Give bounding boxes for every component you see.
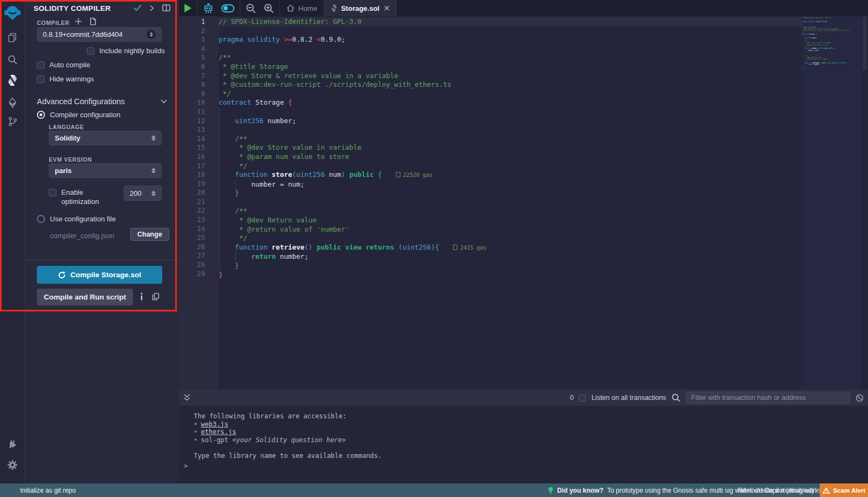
search-icon bbox=[7, 54, 18, 65]
code-line: */ bbox=[219, 90, 487, 99]
enable-optimization-checkbox[interactable] bbox=[49, 189, 56, 196]
version-stepper-icon[interactable] bbox=[146, 30, 156, 39]
zoom-segment bbox=[240, 0, 280, 16]
code-line: function store(uint256 num) public {2252… bbox=[219, 170, 487, 180]
code-line: } bbox=[219, 189, 487, 198]
tab-storage-sol[interactable]: Storage.sol bbox=[324, 0, 397, 16]
copilot-status[interactable]: RemixAI Copilot (enabled) bbox=[738, 487, 814, 494]
sidebar-item-plugin-manager[interactable] bbox=[0, 435, 25, 454]
terminal-line: Type the library name to see available c… bbox=[194, 452, 868, 460]
code-line: } bbox=[801, 68, 861, 69]
ai-robot-icon[interactable] bbox=[203, 3, 214, 14]
compile-button[interactable]: Compile Storage.sol bbox=[37, 266, 162, 284]
sidebar-item-settings[interactable] bbox=[0, 456, 25, 474]
panel-divider bbox=[25, 259, 179, 260]
git-init-status[interactable]: Initialize as git repo bbox=[0, 487, 76, 494]
transaction-filter-input[interactable] bbox=[686, 392, 850, 404]
terminal-toolbar: 0 Listen on all transactions bbox=[179, 390, 868, 406]
indent-guide bbox=[235, 180, 236, 189]
library-link[interactable]: ethers.js bbox=[201, 428, 236, 436]
sidebar-item-solidity-compiler[interactable] bbox=[0, 71, 25, 90]
scam-alert-badge[interactable]: Scam Alert bbox=[820, 483, 868, 497]
nightly-builds-option: Include nightly builds bbox=[87, 47, 165, 55]
advanced-configurations-toggle[interactable]: Advanced Configurations bbox=[37, 97, 167, 106]
zoom-out-icon[interactable] bbox=[246, 3, 256, 14]
zoom-in-icon[interactable] bbox=[264, 3, 274, 14]
sidebar-item-git[interactable] bbox=[0, 112, 25, 131]
add-compiler-icon[interactable] bbox=[75, 18, 82, 25]
code-line: number = num; bbox=[219, 180, 487, 189]
double-chevron-down-icon[interactable] bbox=[183, 394, 190, 402]
code-line bbox=[219, 27, 487, 36]
code-line: * @dev Return value bbox=[219, 216, 487, 225]
editor-minimap[interactable]: // SPDX-License-Identifier: GPL-3.0 prag… bbox=[801, 16, 861, 390]
open-file-icon[interactable] bbox=[89, 17, 97, 26]
evm-version-select[interactable]: paris bbox=[49, 163, 162, 178]
remix-logo-icon bbox=[4, 4, 21, 22]
clear-console-icon[interactable] bbox=[856, 394, 864, 402]
tab-bar: Home Storage.sol bbox=[179, 0, 868, 16]
nightly-builds-checkbox[interactable] bbox=[87, 47, 94, 55]
hide-warnings-label: Hide warnings bbox=[49, 75, 94, 83]
chevron-right-icon[interactable] bbox=[150, 5, 154, 11]
file-explorer-icon bbox=[7, 32, 18, 43]
terminal-line: •sol-gpt <your Solidity question here> bbox=[194, 436, 868, 444]
code-line: */ bbox=[219, 234, 487, 243]
auto-compile-option: Auto compile bbox=[37, 61, 90, 69]
runs-stepper-icon[interactable] bbox=[151, 190, 156, 196]
select-carets-icon bbox=[151, 135, 156, 141]
code-editor[interactable]: 1234567891011121314151617181920212223242… bbox=[179, 16, 868, 390]
gas-estimate[interactable]: 2415 gas bbox=[453, 245, 486, 251]
tab-home[interactable]: Home bbox=[280, 0, 324, 16]
compiler-configuration-radio[interactable] bbox=[37, 111, 45, 119]
info-icon[interactable] bbox=[140, 292, 143, 301]
copy-icon[interactable] bbox=[152, 292, 159, 301]
compile-and-run-button[interactable]: Compile and Run script bbox=[37, 289, 133, 305]
compiler-section-label: COMPILER bbox=[37, 20, 69, 26]
sidebar-item-search[interactable] bbox=[0, 50, 25, 69]
hide-warnings-checkbox[interactable] bbox=[37, 75, 44, 83]
editor-scrollbar[interactable] bbox=[861, 16, 868, 390]
scam-alert-label: Scam Alert bbox=[833, 487, 866, 494]
scrollbar-thumb[interactable] bbox=[863, 16, 867, 71]
code-line: /** bbox=[219, 207, 487, 216]
remix-logo[interactable] bbox=[0, 3, 25, 23]
close-tab-icon[interactable] bbox=[384, 5, 390, 11]
minimap-code: // SPDX-License-Identifier: GPL-3.0 prag… bbox=[801, 16, 861, 69]
evm-version-value: paris bbox=[55, 167, 72, 175]
run-script-segment bbox=[179, 0, 197, 16]
terminal-output[interactable]: The following libraries are accessible:•… bbox=[179, 406, 868, 483]
config-file-name: compiler_config.json bbox=[50, 232, 114, 240]
use-config-file-label: Use configuration file bbox=[50, 215, 116, 223]
split-view-icon[interactable] bbox=[162, 4, 170, 11]
listen-transactions-checkbox[interactable] bbox=[579, 394, 586, 402]
code-line bbox=[219, 125, 487, 135]
sidebar-item-file-explorer[interactable] bbox=[0, 28, 25, 47]
listen-transactions-label: Listen on all transactions bbox=[591, 394, 666, 402]
change-config-button[interactable]: Change bbox=[130, 228, 169, 241]
ai-copilot-toggle[interactable] bbox=[221, 4, 234, 12]
terminal-line: •web3.js bbox=[194, 420, 868, 429]
code-line: uint256 number; bbox=[219, 117, 487, 126]
code-line: } bbox=[219, 262, 487, 271]
play-icon[interactable] bbox=[184, 4, 192, 12]
code-line bbox=[219, 44, 487, 54]
compiler-version-select[interactable]: 0.8.19+commit.7dd6d404 bbox=[37, 27, 162, 42]
optimization-runs-input[interactable]: 200 bbox=[124, 186, 162, 201]
code-line: * @custom:dev-run-script ./scripts/deplo… bbox=[219, 80, 487, 90]
terminal-prompt[interactable]: > bbox=[184, 462, 188, 470]
remix-ide-window: SOLIDITY COMPILER COMPILER 0.8.19+commit… bbox=[0, 0, 868, 497]
language-select[interactable]: Solidity bbox=[49, 131, 162, 145]
auto-compile-checkbox[interactable] bbox=[37, 61, 44, 69]
enable-optimization-option: Enable optimization bbox=[49, 188, 111, 206]
library-link[interactable]: web3.js bbox=[201, 420, 228, 428]
use-config-file-radio[interactable] bbox=[37, 215, 45, 223]
code-line: * @dev Store & retrieve value in a varia… bbox=[219, 72, 487, 81]
gas-estimate[interactable]: 22520 gas bbox=[396, 172, 432, 178]
solidity-file-icon bbox=[331, 4, 337, 12]
code-line: * @param num value to store bbox=[219, 152, 487, 162]
main-area: Home Storage.sol 12345678910111213141516… bbox=[179, 0, 868, 483]
tip-title: Did you know? bbox=[557, 487, 603, 494]
indent-guide bbox=[219, 107, 220, 270]
sidebar-item-deploy-and-run[interactable] bbox=[0, 93, 25, 112]
